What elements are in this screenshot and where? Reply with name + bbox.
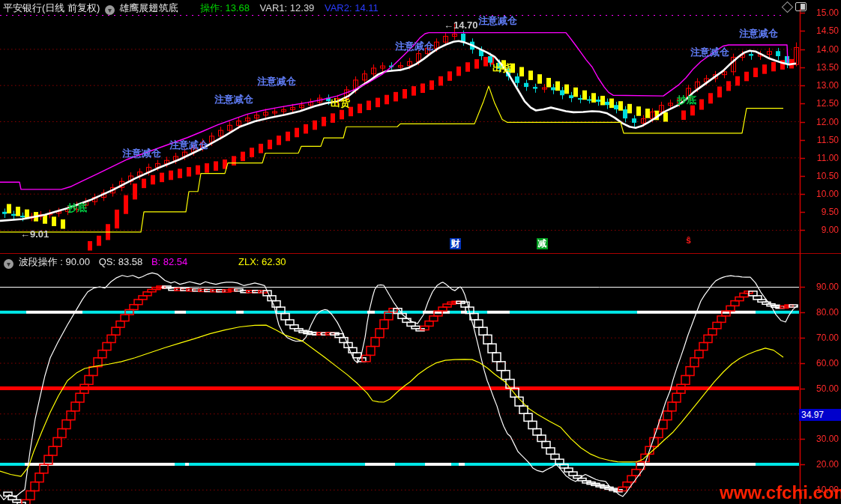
axis-label: 20.00	[802, 459, 839, 470]
qs-label: QS:	[99, 256, 115, 267]
zlx-value: 62.30	[262, 256, 286, 267]
axis-label: 9.00	[802, 225, 839, 235]
axis-label: 70.00	[802, 333, 839, 343]
sub-indicator-dropdown-icon[interactable]: ▾	[4, 259, 13, 269]
axis-label: 60.00	[802, 358, 839, 368]
chart-annotation: 注意减仓	[169, 139, 208, 152]
axis-label: 11.50	[802, 135, 839, 145]
axis-label: 14.50	[802, 25, 839, 36]
zlx-label: ZLX:	[238, 256, 259, 267]
sub-indicator-value: 90.00	[66, 256, 91, 267]
axis-label: 50.00	[802, 383, 839, 394]
axis-label: 80.00	[802, 307, 839, 318]
crosshair-value-badge: 34.97	[799, 409, 841, 421]
chart-canvas[interactable]	[0, 0, 841, 504]
axis-label: 15.00	[802, 7, 839, 18]
indicator-name[interactable]: 雄鹰展翅筑底	[120, 2, 178, 13]
var1-value: 12.39	[290, 2, 315, 13]
chart-annotation: 注意减仓	[739, 27, 778, 40]
chart-annotation: 注意减仓	[214, 93, 253, 106]
var2-label: VAR2:	[325, 2, 352, 13]
b-label: B:	[151, 256, 160, 267]
watermark: www.cfchi.com	[720, 482, 841, 503]
axis-label: 90.00	[802, 282, 839, 292]
axis-label: 30.00	[802, 434, 839, 444]
var2-value: 14.11	[355, 2, 379, 13]
chart-annotation: 抄底	[67, 201, 87, 215]
chart-annotation: 出货	[492, 61, 512, 75]
axis-label: 14.00	[802, 44, 839, 55]
axis-label: 13.00	[802, 80, 839, 91]
op-value: 13.68	[225, 2, 250, 13]
stock-chart-app: 平安银行(日线 前复权) ▾ 雄鹰展翅筑底 操作: 13.68 VAR1: 12…	[0, 0, 841, 504]
var1-label: VAR1:	[260, 2, 288, 13]
axis-label: 11.00	[802, 153, 839, 163]
event-marker[interactable]: 财	[450, 238, 461, 249]
sub-chart-header: ▾ 波段操作 : 90.00 QS: 83.58 B: 82.54 ZLX: 6…	[1, 255, 286, 269]
chart-annotation: ←9.01	[20, 228, 49, 240]
qs-value: 83.58	[118, 256, 143, 267]
event-marker[interactable]: 减	[537, 238, 548, 249]
b-value: 82.54	[163, 256, 188, 267]
axis-label: 13.50	[802, 62, 839, 73]
axis-label: 9.50	[802, 207, 839, 217]
chart-annotation: 抄底	[677, 94, 696, 107]
axis-label: 12.50	[802, 98, 839, 109]
sub-indicator-sep: :	[60, 256, 63, 267]
axis-label: 10.00	[802, 189, 839, 199]
main-chart-header: 平安银行(日线 前复权) ▾ 雄鹰展翅筑底 操作: 13.68 VAR1: 12…	[3, 1, 379, 15]
chart-annotation: 注意减仓	[690, 46, 729, 59]
stock-title[interactable]: 平安银行(日线 前复权)	[3, 2, 100, 13]
chart-annotation: ←14.70	[444, 19, 478, 31]
axis-label: 12.00	[802, 117, 839, 127]
chart-annotation: 注意减仓	[257, 75, 296, 88]
sub-indicator-name[interactable]: 波段操作	[19, 256, 58, 267]
chart-annotation: 出货	[331, 97, 350, 110]
indicator-dropdown-icon[interactable]: ▾	[105, 5, 115, 15]
event-marker[interactable]: ŝ	[683, 235, 694, 246]
chart-annotation: 注意减仓	[478, 14, 517, 28]
chart-annotation: 注意减仓	[122, 147, 161, 160]
axis-label: 10.50	[802, 171, 839, 181]
chart-annotation: 注意减仓	[395, 40, 434, 53]
panel-layout-icon[interactable]	[795, 2, 807, 11]
op-label: 操作:	[200, 2, 223, 13]
